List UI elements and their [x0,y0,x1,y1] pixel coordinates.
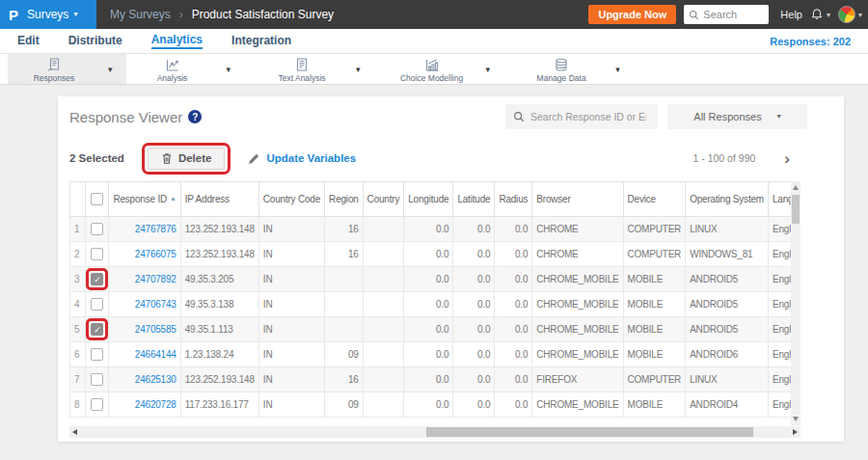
annotation-box-checkbox: ✓ [86,318,108,340]
scroll-down-arrow-icon[interactable] [793,417,799,421]
chevron-down-icon[interactable]: ▾ [219,65,257,74]
row-checkbox[interactable]: ✓ [91,323,103,336]
cell-ip: 117.233.16.177 [180,392,258,418]
col-header-radius[interactable]: Radius [495,182,532,217]
col-header-label: Longitude [408,194,448,204]
col-header-latitude[interactable]: Latitude [453,182,495,217]
checkbox-cell [86,392,109,418]
row-checkbox[interactable]: ✓ [91,273,103,285]
chevron-down-icon[interactable]: ▾ [348,65,386,74]
toolbar-item-text-analysis[interactable]: Text Analysis ▾ [256,54,386,84]
toolbar-item-analysis[interactable]: Analysis ▾ [126,54,257,84]
brand-area[interactable]: P Surveys ▾ [0,0,96,29]
cell-latitude: 0.0 [453,242,495,267]
chevron-down-icon[interactable]: ▾ [478,65,516,74]
response-id-link[interactable]: 24706743 [135,299,176,310]
row-checkbox[interactable] [91,398,103,411]
row-checkbox[interactable] [91,248,103,260]
table-viewport: Response ID▲IP AddressCountry CodeRegion… [69,181,791,425]
cell-longitude: 0.0 [404,292,453,317]
col-header-device[interactable]: Device [623,182,686,217]
col-header-ip[interactable]: IP Address [180,182,258,217]
select-all-checkbox[interactable] [91,193,103,205]
col-header-language[interactable]: Language [768,182,791,217]
response-id-link[interactable]: 24620728 [135,399,176,410]
response-id-link[interactable]: 24625130 [135,374,176,385]
breadcrumb-parent[interactable]: My Surveys [110,8,171,21]
col-header-country[interactable]: Country [363,182,404,217]
response-id-link[interactable]: 24707892 [135,274,176,284]
tab-edit[interactable]: Edit [17,34,40,48]
row-checkbox[interactable] [91,298,103,311]
product-menu[interactable]: Surveys ▾ [27,8,77,21]
row-checkbox[interactable] [91,373,103,386]
tab-analytics[interactable]: Analytics [151,33,203,49]
global-search-box[interactable] [684,5,769,24]
row-checkbox[interactable] [91,223,103,235]
chevron-down-icon[interactable]: ▾ [608,65,645,74]
cell-response_id: 24620728 [109,392,180,418]
cell-language: English [768,267,791,292]
cell-device: MOBILE [623,267,686,292]
response-id-link[interactable]: 24766075 [135,249,176,259]
col-header-os[interactable]: Operating System [686,182,769,217]
responses-filter-dropdown[interactable]: All Responses ▾ [667,104,807,129]
col-header-label: Region [329,194,359,204]
col-header-response_id[interactable]: Response ID▲ [109,182,180,217]
horizontal-scrollbar-thumb[interactable] [426,427,753,437]
scroll-left-arrow-icon[interactable] [72,429,77,435]
response-id-link[interactable]: 24705585 [135,324,176,335]
scroll-up-arrow-icon[interactable] [793,185,799,190]
cell-country [363,392,404,418]
toolbar-item-manage-data[interactable]: Manage Data ▾ [515,54,645,84]
response-viewer-panel: Response Viewer ? All Responses ▾ 2 Sele… [58,96,844,442]
row-number: 1 [70,217,86,242]
topbar-right-group: Upgrade Now Help ▾ ▾ [588,5,868,24]
cell-radius: 0.0 [495,242,532,267]
cell-browser: CHROME_MOBILE [532,392,623,418]
cell-country_code: IN [258,392,324,418]
notifications-menu[interactable]: ▾ [810,8,830,21]
account-menu[interactable]: ▾ [838,6,862,23]
toolbar-label: Choice Modelling [400,73,463,83]
vertical-scrollbar-thumb[interactable] [792,195,800,224]
toolbar-label: Manage Data [537,73,586,83]
help-link[interactable]: Help [780,9,802,20]
pagination: 1 - 100 of 990 › [693,150,832,167]
col-header-browser[interactable]: Browser [532,182,623,217]
analysis-icon [165,58,180,72]
toolbar-item-choice-modelling[interactable]: Choice Modelling ▾ [386,54,516,84]
row-checkbox[interactable] [91,348,103,361]
horizontal-scrollbar[interactable] [69,426,800,438]
cell-language: English [768,317,791,342]
delete-button[interactable]: Delete [148,148,226,170]
update-variables-button[interactable]: Update Variables [248,152,356,165]
vertical-scrollbar[interactable] [791,181,800,425]
col-header-region[interactable]: Region [325,182,364,217]
col-header-label: Browser [536,194,570,204]
row-number: 6 [70,342,86,367]
breadcrumb-current: Product Satisfaction Survey [192,8,334,21]
toolbar-item-responses[interactable]: Responses ▾ [8,54,126,84]
global-search-input[interactable] [703,9,763,20]
col-header-longitude[interactable]: Longitude [404,182,453,217]
responses-count-link[interactable]: Responses: 202 [770,36,851,47]
tab-distribute[interactable]: Distribute [68,34,122,48]
cell-longitude: 0.0 [404,367,453,392]
response-search-input[interactable] [530,111,646,122]
scroll-right-arrow-icon[interactable] [793,429,798,435]
cell-latitude: 0.0 [453,267,495,292]
help-icon[interactable]: ? [188,110,202,123]
col-header-country_code[interactable]: Country Code [258,182,324,217]
cell-country [363,217,404,242]
chevron-down-icon[interactable]: ▾ [100,65,126,74]
analytics-toolbar: Responses ▾ Analysis ▾ Text Analysis ▾ C… [0,54,868,85]
response-search-box[interactable] [505,104,658,129]
response-id-link[interactable]: 24767876 [135,224,176,234]
next-page-button[interactable]: › [784,150,790,167]
upgrade-now-button[interactable]: Upgrade Now [588,5,676,24]
cell-language: English [768,217,791,242]
update-variables-label: Update Variables [266,152,356,164]
tab-integration[interactable]: Integration [231,34,291,48]
response-id-link[interactable]: 24664144 [135,349,176,360]
